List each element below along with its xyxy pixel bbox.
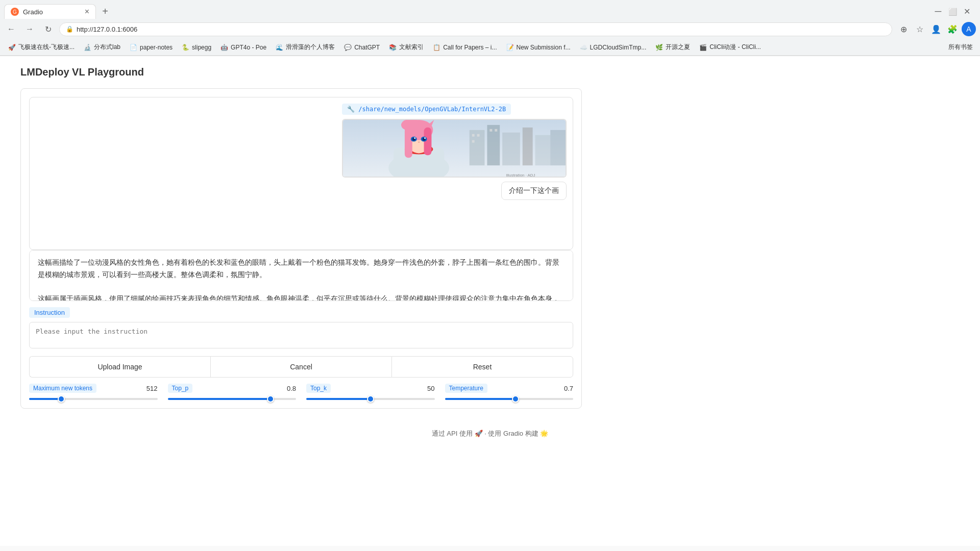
top-p-thumb[interactable] (267, 395, 274, 403)
footer-gradio-icon: 🌟 (540, 430, 548, 437)
svg-text:Illustration · ADJ: Illustration · ADJ (506, 173, 535, 178)
bookmark-lgdcloud[interactable]: ☁️ LGDCloudSimTmp... (576, 42, 651, 53)
bookmark-literature[interactable]: 📚 文献索引 (385, 41, 428, 53)
profile-icon[interactable]: 👤 (929, 22, 943, 36)
response-paragraph-2: 这幅画属于插画风格，使用了细腻的绘画技巧来表现角色的细节和情感。角色眼神温柔，似… (38, 293, 565, 301)
top-k-slider-group: Top_k 50 (306, 384, 435, 400)
top-k-fill (306, 398, 371, 400)
address-bar-row: ← → ↻ 🔒 http://127.0.0.1:6006 ⊕ ☆ 👤 🧩 A (0, 19, 980, 39)
bookmark-feisuji[interactable]: 🚀 飞极速在线-飞极速... (4, 41, 79, 53)
footer-api-icon: 🚀 (475, 430, 483, 437)
instruction-label: Instruction (29, 307, 70, 318)
bookmark-slipegg[interactable]: 🐍 slipegg (178, 42, 215, 53)
svg-rect-1 (470, 130, 485, 165)
instruction-section: Instruction (29, 307, 573, 350)
bookmark-paper-notes[interactable]: 📄 paper-notes (126, 42, 177, 53)
back-button[interactable]: ← (4, 22, 18, 36)
temperature-value: 0.7 (564, 385, 573, 392)
svg-rect-9 (472, 140, 475, 143)
top-p-fill (168, 398, 271, 400)
max-tokens-slider-group: Maximum new tokens 512 (29, 384, 158, 400)
user-message: 🔧 /share/new_models/OpenGVLab/InternVL2-… (36, 104, 567, 200)
max-tokens-value: 512 (146, 385, 158, 392)
footer-separator: · (484, 430, 486, 437)
all-bookmarks-button[interactable]: 所有书签 (945, 41, 976, 53)
close-window-button[interactable]: ✕ (962, 7, 972, 17)
top-k-value: 50 (427, 385, 434, 392)
temperature-track[interactable] (445, 398, 574, 400)
response-paragraph-1: 这幅画描绘了一位动漫风格的女性角色，她有着粉色的长发和蓝色的眼睛，头上戴着一个粉… (38, 257, 565, 281)
svg-rect-6 (550, 130, 566, 165)
svg-rect-2 (487, 125, 500, 165)
top-p-value: 0.8 (287, 385, 296, 392)
top-p-track[interactable] (168, 398, 297, 400)
model-path-text: /share/new_models/OpenGVLab/InternVL2-2B (358, 106, 506, 113)
max-tokens-label: Maximum new tokens (29, 384, 96, 393)
browser-chrome: G Gradio × + ─ ⬜ ✕ ← → ↻ 🔒 http://127.0.… (0, 0, 980, 56)
address-bar[interactable]: 🔒 http://127.0.0.1:6006 (59, 22, 892, 36)
browser-tab-active[interactable]: G Gradio × (4, 4, 96, 19)
bookmark-open-source-summer[interactable]: 🌿 开源之夏 (651, 41, 694, 53)
svg-point-27 (414, 137, 415, 139)
toolbar-icons: ⊕ ☆ 👤 🧩 A (896, 22, 976, 36)
user-question-bubble: 介绍一下这个画 (501, 182, 567, 200)
account-avatar[interactable]: A (962, 22, 976, 36)
maximize-button[interactable]: ⬜ (947, 7, 958, 17)
new-tab-button[interactable]: + (98, 5, 112, 19)
forward-button[interactable]: → (22, 22, 37, 36)
svg-rect-3 (502, 133, 520, 165)
svg-rect-10 (489, 129, 492, 132)
footer-api-text: 通过 API 使用 (432, 430, 473, 437)
response-area[interactable]: 这幅画描绘了一位动漫风格的女性角色，她有着粉色的长发和蓝色的眼睛，头上戴着一个粉… (29, 250, 573, 301)
buttons-row: Upload Image Cancel Reset (29, 356, 573, 378)
max-tokens-fill (29, 398, 61, 400)
bookmark-distributed-lab[interactable]: 🔬 分布式lab (80, 41, 125, 53)
bookmark-chatgpt[interactable]: 💬 ChatGPT (340, 42, 384, 53)
lock-icon: 🔒 (66, 26, 74, 33)
svg-rect-5 (535, 135, 551, 165)
tab-close-button[interactable]: × (85, 8, 89, 16)
tab-bar: G Gradio × + ─ ⬜ ✕ (0, 0, 980, 19)
bookmark-call-for-papers[interactable]: 📋 Call for Papers – i... (429, 42, 501, 53)
bookmark-new-submission[interactable]: 📝 New Submission f... (502, 42, 575, 53)
svg-point-29 (418, 142, 420, 143)
chat-messages-area[interactable]: 🔧 /share/new_models/OpenGVLab/InternVL2-… (29, 97, 573, 250)
cancel-button[interactable]: Cancel (210, 356, 391, 378)
svg-rect-7 (472, 134, 475, 137)
page-footer: 通过 API 使用 🚀 · 使用 Gradio 构建 🌟 (20, 419, 960, 448)
svg-rect-18 (405, 128, 412, 158)
bookmark-star-icon[interactable]: ☆ (913, 22, 927, 36)
bookmark-clicli[interactable]: 🎬 CliCli动漫 - CliCli... (695, 41, 765, 53)
svg-rect-11 (495, 129, 497, 132)
temperature-thumb[interactable] (512, 395, 519, 403)
tab-title: Gradio (23, 8, 81, 16)
temperature-fill (445, 398, 516, 400)
sliders-section: Maximum new tokens 512 Top_p 0.8 (29, 384, 573, 400)
upload-image-button[interactable]: Upload Image (29, 356, 210, 378)
reset-button[interactable]: Reset (391, 356, 573, 378)
chat-image: Illustration · ADJ (342, 119, 567, 178)
bookmark-gpt4o-poe[interactable]: 🤖 GPT4o - Poe (216, 42, 271, 53)
minimize-button[interactable]: ─ (933, 7, 943, 17)
top-k-label: Top_k (306, 384, 331, 393)
user-message-content: 🔧 /share/new_models/OpenGVLab/InternVL2-… (342, 104, 567, 200)
page-title: LMDeploy VL Playground (20, 66, 960, 78)
max-tokens-track[interactable] (29, 398, 158, 400)
anime-illustration: Illustration · ADJ (343, 120, 566, 178)
top-k-thumb[interactable] (367, 395, 374, 403)
refresh-button[interactable]: ↻ (41, 22, 55, 36)
extensions-icon[interactable]: 🧩 (945, 22, 960, 36)
url-text: http://127.0.0.1:6006 (77, 26, 137, 33)
top-k-track[interactable] (306, 398, 435, 400)
tab-favicon: G (11, 8, 19, 16)
translate-icon[interactable]: ⊕ (896, 22, 911, 36)
page-content: LMDeploy VL Playground 🔧 /share/new_mode… (0, 56, 980, 546)
bookmarks-bar: 🚀 飞极速在线-飞极速... 🔬 分布式lab 📄 paper-notes 🐍 … (0, 39, 980, 56)
svg-rect-8 (477, 134, 480, 137)
main-container: 🔧 /share/new_models/OpenGVLab/InternVL2-… (20, 88, 582, 409)
model-path-badge: 🔧 /share/new_models/OpenGVLab/InternVL2-… (342, 104, 511, 115)
max-tokens-thumb[interactable] (58, 395, 65, 403)
bookmark-personal-blog[interactable]: 🌊 滑滑藻的个人博客 (272, 41, 339, 53)
svg-rect-4 (523, 128, 533, 165)
instruction-input[interactable] (29, 322, 573, 348)
